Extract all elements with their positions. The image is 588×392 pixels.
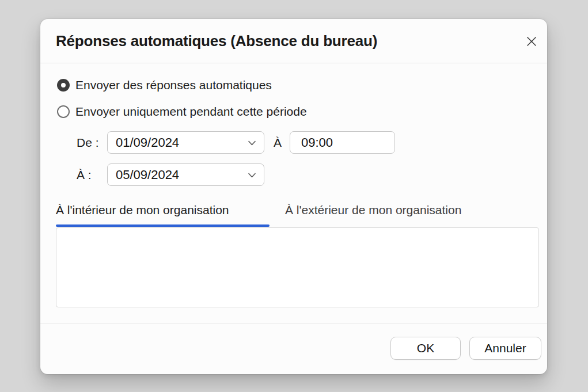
tab-inside-organization[interactable]: À l'intérieur de mon organisation bbox=[56, 198, 229, 222]
chevron-down-icon bbox=[247, 138, 257, 148]
radio-send-only-period[interactable] bbox=[57, 105, 70, 118]
radio-label[interactable]: Envoyer des réponses automatiques bbox=[75, 78, 272, 92]
auto-replies-dialog: Réponses automatiques (Absence du bureau… bbox=[40, 19, 547, 374]
tab-outside-organization[interactable]: À l'extérieur de mon organisation bbox=[285, 198, 461, 222]
radio-send-auto-replies[interactable] bbox=[57, 79, 70, 92]
active-tab-indicator bbox=[56, 224, 270, 227]
from-label: De : bbox=[77, 136, 107, 150]
start-date-dropdown[interactable]: 01/09/2024 bbox=[107, 131, 264, 154]
auto-reply-message-textarea[interactable] bbox=[56, 227, 539, 307]
period-from-row: De : 01/09/2024 À bbox=[77, 131, 395, 154]
chevron-down-icon bbox=[247, 170, 257, 180]
option-send-only-period: Envoyer uniquement pendant cette période bbox=[57, 105, 307, 119]
close-button[interactable] bbox=[523, 33, 540, 50]
footer-buttons: OK Annuler bbox=[390, 337, 541, 360]
option-send-auto-replies: Envoyer des réponses automatiques bbox=[57, 78, 272, 92]
dialog-title: Réponses automatiques (Absence du bureau… bbox=[56, 32, 377, 50]
end-date-dropdown[interactable]: 05/09/2024 bbox=[107, 163, 264, 186]
at-time-label: À bbox=[274, 136, 282, 150]
footer-divider bbox=[40, 324, 547, 324]
start-date-value: 01/09/2024 bbox=[116, 135, 179, 150]
to-label: À : bbox=[77, 168, 107, 182]
ok-button[interactable]: OK bbox=[390, 337, 461, 360]
reply-scope-tabs: À l'intérieur de mon organisation À l'ex… bbox=[56, 198, 540, 222]
cancel-button[interactable]: Annuler bbox=[469, 337, 541, 360]
end-date-value: 05/09/2024 bbox=[116, 168, 179, 182]
period-to-row: À : 05/09/2024 bbox=[77, 163, 264, 186]
close-icon bbox=[525, 35, 538, 48]
radio-label[interactable]: Envoyer uniquement pendant cette période bbox=[75, 105, 307, 119]
start-time-input[interactable] bbox=[290, 131, 395, 154]
dialog-header: Réponses automatiques (Absence du bureau… bbox=[40, 19, 547, 63]
